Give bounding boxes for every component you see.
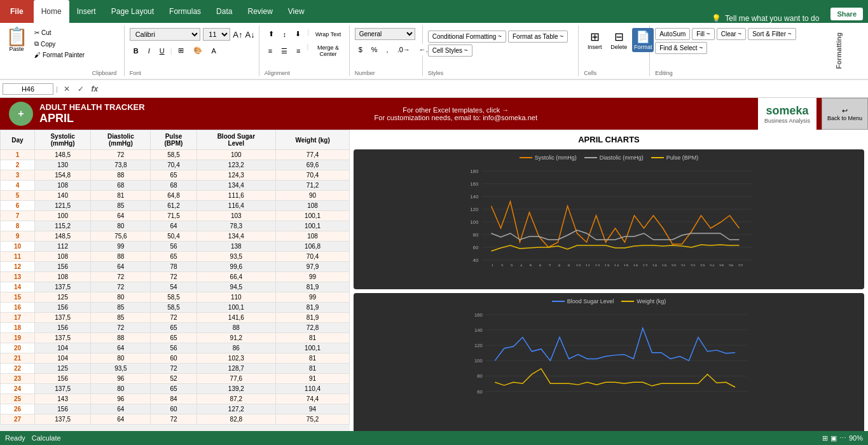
table-cell[interactable]: 108 xyxy=(34,181,90,191)
table-cell[interactable]: 10 xyxy=(1,242,35,252)
table-cell[interactable]: 99 xyxy=(276,292,350,303)
table-cell[interactable]: 16 xyxy=(1,303,35,313)
autosum-button[interactable]: AutoSum xyxy=(655,28,690,40)
table-cell[interactable]: 87,2 xyxy=(196,394,276,404)
table-cell[interactable]: 82,8 xyxy=(196,414,276,425)
format-as-table-button[interactable]: Format as Table ~ xyxy=(508,31,568,43)
table-cell[interactable]: 25 xyxy=(1,394,35,404)
table-cell[interactable]: 121,5 xyxy=(34,201,90,211)
borders-button[interactable]: ⊞ xyxy=(174,44,188,57)
table-cell[interactable]: 137,5 xyxy=(34,414,90,425)
table-cell[interactable]: 52 xyxy=(151,374,196,384)
underline-button[interactable]: U xyxy=(156,45,169,57)
table-row[interactable]: 8115,2806478,3100,1 xyxy=(1,221,350,231)
table-cell[interactable]: 100 xyxy=(196,150,276,160)
table-cell[interactable]: 72 xyxy=(91,323,151,333)
tab-page-layout[interactable]: Page Layout xyxy=(104,0,162,23)
table-cell[interactable]: 85 xyxy=(91,313,151,323)
insert-button[interactable]: ⊞ Insert xyxy=(584,28,605,52)
table-cell[interactable]: 72,8 xyxy=(276,323,350,333)
table-row[interactable]: 151258058,511099 xyxy=(1,292,350,303)
table-cell[interactable]: 15 xyxy=(1,292,35,303)
table-cell[interactable]: 4 xyxy=(1,181,35,191)
table-cell[interactable]: 137,5 xyxy=(34,282,90,292)
format-painter-button[interactable]: 🖌 Format Painter xyxy=(31,50,88,60)
percent-button[interactable]: % xyxy=(368,44,382,55)
table-row[interactable]: 41086868134,471,2 xyxy=(1,181,350,191)
table-cell[interactable]: 139,2 xyxy=(196,384,276,394)
table-cell[interactable]: 81 xyxy=(276,353,350,364)
table-cell[interactable]: 94,5 xyxy=(196,282,276,292)
table-cell[interactable]: 75,2 xyxy=(276,414,350,425)
table-cell[interactable]: 64 xyxy=(91,414,151,425)
table-cell[interactable]: 70,4 xyxy=(276,252,350,262)
table-cell[interactable]: 2 xyxy=(1,160,35,170)
table-cell[interactable]: 71,2 xyxy=(276,181,350,191)
table-cell[interactable]: 128,7 xyxy=(196,364,276,374)
table-row[interactable]: 25143968487,274,4 xyxy=(1,394,350,404)
merge-center-button[interactable]: Merge & Center xyxy=(311,43,345,59)
table-cell[interactable]: 88 xyxy=(196,323,276,333)
tab-insert[interactable]: Insert xyxy=(69,0,104,23)
table-cell[interactable]: 81 xyxy=(91,191,151,201)
cancel-formula-button[interactable]: ✕ xyxy=(60,83,73,95)
format-button[interactable]: 📄 Format xyxy=(632,28,654,52)
comma-button[interactable]: , xyxy=(383,44,392,55)
table-cell[interactable]: 154,8 xyxy=(34,170,90,181)
table-cell[interactable]: 111,6 xyxy=(196,191,276,201)
table-cell[interactable]: 88 xyxy=(91,252,151,262)
table-cell[interactable]: 60 xyxy=(151,353,196,364)
cut-button[interactable]: ✂ Cut xyxy=(31,28,88,38)
table-cell[interactable]: 20 xyxy=(1,343,35,353)
table-cell[interactable]: 156 xyxy=(34,404,90,414)
table-row[interactable]: 24137,58065139,2110,4 xyxy=(1,384,350,394)
align-middle-button[interactable]: ↕ xyxy=(279,28,291,40)
table-cell[interactable]: 100,1 xyxy=(276,343,350,353)
table-cell[interactable]: 156 xyxy=(34,262,90,272)
table-cell[interactable]: 115,2 xyxy=(34,221,90,231)
table-cell[interactable]: 8 xyxy=(1,221,35,231)
table-cell[interactable]: 70,4 xyxy=(151,160,196,170)
table-cell[interactable]: 13 xyxy=(1,272,35,282)
table-row[interactable]: 161568558,5100,181,9 xyxy=(1,303,350,313)
table-row[interactable]: 211048060102,381 xyxy=(1,353,350,364)
table-cell[interactable]: 81,9 xyxy=(276,313,350,323)
align-bottom-button[interactable]: ⬇ xyxy=(291,28,305,40)
table-row[interactable]: 1815672658872,8 xyxy=(1,323,350,333)
table-cell[interactable]: 97,9 xyxy=(276,262,350,272)
table-cell[interactable]: 72 xyxy=(91,150,151,160)
table-cell[interactable]: 88 xyxy=(91,170,151,181)
table-cell[interactable]: 81 xyxy=(276,364,350,374)
table-cell[interactable]: 14 xyxy=(1,282,35,292)
table-cell[interactable]: 65 xyxy=(151,384,196,394)
bold-button[interactable]: B xyxy=(130,45,142,57)
table-cell[interactable]: 80 xyxy=(91,292,151,303)
confirm-formula-button[interactable]: ✓ xyxy=(74,83,87,95)
table-cell[interactable]: 72 xyxy=(151,364,196,374)
table-cell[interactable]: 17 xyxy=(1,313,35,323)
fill-button[interactable]: Fill ~ xyxy=(692,28,714,40)
table-cell[interactable]: 108 xyxy=(34,252,90,262)
table-cell[interactable]: 100 xyxy=(34,211,90,221)
table-cell[interactable]: 50,4 xyxy=(151,231,196,242)
italic-button[interactable]: I xyxy=(144,45,154,57)
table-row[interactable]: 71006471,5103100,1 xyxy=(1,211,350,221)
table-cell[interactable]: 74,4 xyxy=(276,394,350,404)
table-cell[interactable]: 60 xyxy=(151,404,196,414)
font-decrease-icon[interactable]: A↓ xyxy=(245,30,255,39)
align-left-button[interactable]: ≡ xyxy=(265,43,276,59)
table-cell[interactable]: 66,4 xyxy=(196,272,276,282)
table-cell[interactable]: 91 xyxy=(276,374,350,384)
table-cell[interactable]: 156 xyxy=(34,323,90,333)
table-cell[interactable]: 65 xyxy=(151,170,196,181)
table-cell[interactable]: 106,8 xyxy=(276,242,350,252)
font-increase-icon[interactable]: A↑ xyxy=(233,30,242,39)
table-row[interactable]: 11108886593,570,4 xyxy=(1,252,350,262)
table-cell[interactable]: 80 xyxy=(91,353,151,364)
table-cell[interactable]: 65 xyxy=(151,323,196,333)
table-cell[interactable]: 137,5 xyxy=(34,333,90,343)
table-cell[interactable]: 96 xyxy=(91,374,151,384)
table-cell[interactable]: 134,4 xyxy=(196,181,276,191)
currency-button[interactable]: $ xyxy=(355,44,366,55)
table-row[interactable]: 261566460127,294 xyxy=(1,404,350,414)
